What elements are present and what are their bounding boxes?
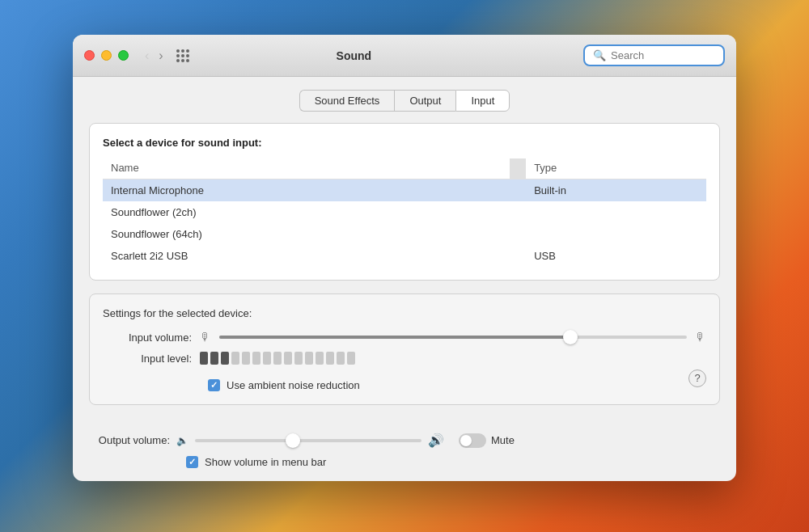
device-section-title: Select a device for sound input: — [103, 137, 706, 149]
level-bar-6 — [252, 352, 260, 365]
device-table: Name Type Internal Microphone Built-in S… — [103, 158, 706, 267]
show-volume-label: Show volume in menu bar — [205, 456, 326, 468]
device-type-0: Built-in — [526, 179, 706, 202]
input-volume-track — [219, 336, 687, 339]
search-input[interactable] — [611, 49, 715, 61]
device-type-3: USB — [526, 245, 706, 267]
input-level-row: Input level: — [103, 352, 706, 365]
mute-toggle-area: Mute — [459, 433, 515, 448]
col-divider-cell — [510, 179, 526, 202]
level-bar-15 — [347, 352, 355, 365]
device-type-1 — [526, 201, 706, 223]
table-row[interactable]: Scarlett 2i2 USB USB — [103, 245, 706, 267]
device-type-2 — [526, 223, 706, 245]
noise-reduction-row: Use ambient noise reduction — [103, 379, 360, 391]
window-controls — [84, 50, 129, 61]
content-area: Sound Effects Output Input Select a devi… — [73, 77, 736, 424]
level-bar-11 — [305, 352, 313, 365]
settings-section-title: Settings for the selected device: — [103, 307, 706, 319]
help-button[interactable]: ? — [688, 369, 706, 387]
search-box[interactable]: 🔍 — [583, 44, 725, 66]
input-level-label: Input level: — [103, 353, 192, 365]
device-name-3: Scarlett 2i2 USB — [103, 245, 510, 267]
level-bar-14 — [337, 352, 345, 365]
close-button[interactable] — [84, 50, 95, 61]
noise-reduction-checkbox[interactable] — [208, 379, 220, 391]
mute-label: Mute — [491, 434, 515, 446]
col-divider — [510, 158, 526, 179]
col-header-name: Name — [103, 158, 510, 179]
tabs: Sound Effects Output Input — [89, 90, 720, 112]
output-volume-row: Output volume: 🔈 🔊 Mute — [89, 433, 720, 448]
volume-high-icon: 🔊 — [428, 433, 444, 448]
minimize-button[interactable] — [101, 50, 112, 61]
level-bar-4 — [231, 352, 239, 365]
level-bar-12 — [316, 352, 324, 365]
noise-reduction-label: Use ambient noise reduction — [227, 379, 360, 391]
tab-sound-effects[interactable]: Sound Effects — [299, 90, 395, 112]
settings-panel: Settings for the selected device: Input … — [89, 293, 720, 405]
table-row[interactable]: Soundflower (2ch) — [103, 201, 706, 223]
level-bar-3 — [221, 352, 229, 365]
main-window: ‹ › Sound 🔍 Sound Effects Output Input S… — [73, 35, 736, 481]
menubar-row: Show volume in menu bar — [89, 456, 720, 468]
mute-toggle-switch[interactable] — [459, 433, 486, 448]
device-name-1: Soundflower (2ch) — [103, 201, 510, 223]
device-name-2: Soundflower (64ch) — [103, 223, 510, 245]
output-volume-label: Output volume: — [89, 434, 170, 446]
level-bar-8 — [273, 352, 282, 365]
mic-high-icon: 🎙 — [695, 331, 706, 344]
level-bar-5 — [242, 352, 250, 365]
device-panel: Select a device for sound input: Name Ty… — [89, 123, 720, 281]
output-volume-slider[interactable] — [195, 439, 421, 442]
level-bar-2 — [210, 352, 218, 365]
input-volume-thumb[interactable] — [563, 330, 578, 344]
table-row[interactable]: Soundflower (64ch) — [103, 223, 706, 245]
bottom-bar: Output volume: 🔈 🔊 Mute Show volume in m… — [73, 424, 736, 481]
volume-low-icon: 🔈 — [176, 435, 188, 446]
show-volume-checkbox[interactable] — [186, 456, 198, 468]
level-bar-7 — [263, 352, 271, 365]
titlebar: ‹ › Sound 🔍 — [73, 35, 736, 77]
input-volume-slider-container — [219, 336, 687, 339]
col-header-type: Type — [526, 158, 706, 179]
output-volume-thumb[interactable] — [286, 433, 300, 448]
device-name-0: Internal Microphone — [103, 179, 510, 202]
input-volume-label: Input volume: — [103, 331, 192, 344]
input-level-bars — [200, 352, 355, 365]
level-bar-1 — [200, 352, 208, 365]
search-icon: 🔍 — [593, 49, 606, 61]
table-row[interactable]: Internal Microphone Built-in — [103, 179, 706, 202]
level-bar-13 — [326, 352, 334, 365]
input-volume-fill — [219, 336, 570, 339]
tab-output[interactable]: Output — [394, 90, 455, 112]
level-bar-9 — [284, 352, 292, 365]
level-bar-10 — [294, 352, 303, 365]
tab-input[interactable]: Input — [455, 90, 510, 112]
window-title: Sound — [125, 49, 583, 62]
input-volume-row: Input volume: 🎙 🎙 — [103, 331, 706, 344]
mic-low-icon: 🎙 — [200, 331, 211, 344]
